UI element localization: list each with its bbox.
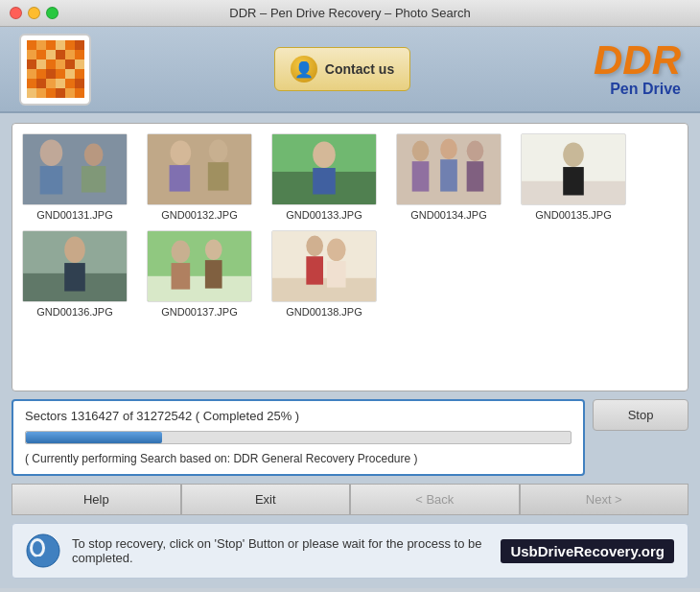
svg-rect-34	[65, 88, 75, 98]
svg-rect-14	[46, 59, 56, 69]
close-button[interactable]	[10, 7, 22, 19]
photo-thumb-134	[396, 133, 502, 205]
photo-item-133[interactable]: GND00133.JPG	[271, 133, 377, 221]
svg-rect-4	[65, 40, 75, 50]
progress-bar-container	[25, 431, 572, 444]
svg-rect-45	[208, 162, 229, 190]
svg-rect-5	[75, 40, 84, 50]
svg-point-55	[467, 141, 484, 162]
svg-rect-41	[148, 134, 251, 205]
contact-icon: 👤	[291, 56, 317, 83]
photo-item-135[interactable]: GND00135.JPG	[521, 133, 626, 221]
back-button[interactable]: < Back	[350, 484, 520, 515]
svg-point-51	[412, 141, 430, 162]
minimize-button[interactable]	[28, 7, 40, 19]
info-panel: To stop recovery, click on 'Stop' Button…	[12, 523, 688, 579]
progress-panel: Sectors 1316427 of 31272542 ( Completed …	[12, 399, 585, 476]
photo-label-131: GND00131.JPG	[36, 209, 112, 221]
svg-rect-35	[75, 88, 84, 98]
svg-rect-36	[23, 134, 127, 205]
photo-label-137: GND00137.JPG	[161, 306, 237, 318]
svg-rect-20	[46, 69, 56, 79]
photo-row-1: GND00131.JPG GND00132.JPG GND00133.JPG	[22, 133, 678, 221]
photo-item-138[interactable]: GND00138.JPG	[271, 230, 377, 318]
svg-rect-80	[35, 556, 51, 564]
svg-rect-11	[75, 50, 84, 59]
svg-rect-21	[56, 69, 65, 79]
stop-button[interactable]: Stop	[593, 399, 688, 431]
svg-point-42	[171, 141, 192, 166]
svg-rect-74	[306, 256, 323, 284]
svg-point-73	[306, 236, 323, 257]
photo-thumb-136	[22, 230, 128, 302]
svg-rect-30	[27, 88, 36, 98]
svg-rect-7	[36, 50, 46, 59]
svg-rect-3	[56, 40, 65, 50]
photo-thumb-138	[271, 230, 377, 302]
titlebar: DDR – Pen Drive Recovery – Photo Search	[0, 0, 700, 27]
photo-item-137[interactable]: GND00137.JPG	[147, 230, 252, 318]
svg-rect-32	[46, 88, 56, 98]
sectors-text: Sectors 1316427 of 31272542 ( Completed …	[25, 409, 572, 423]
photo-item-131[interactable]: GND00131.JPG	[22, 133, 128, 221]
svg-rect-43	[170, 165, 191, 191]
svg-point-63	[64, 237, 85, 263]
photo-thumb-132	[147, 133, 252, 205]
svg-point-39	[84, 144, 104, 167]
exit-button[interactable]: Exit	[181, 484, 351, 515]
main-content: GND00131.JPG GND00132.JPG GND00133.JPG	[0, 113, 700, 588]
contact-button[interactable]: 👤 Contact us	[274, 47, 410, 91]
maximize-button[interactable]	[46, 7, 58, 19]
info-icon	[26, 533, 60, 568]
logo-icon	[27, 40, 84, 98]
svg-rect-29	[75, 79, 84, 88]
photo-label-134: GND00134.JPG	[410, 209, 486, 221]
svg-rect-6	[27, 50, 36, 59]
photo-thumb-131	[22, 133, 128, 205]
app-header: 👤 Contact us DDR Pen Drive	[0, 27, 700, 113]
photo-thumb-135	[521, 133, 626, 205]
window-title: DDR – Pen Drive Recovery – Photo Search	[229, 6, 470, 20]
progress-status: ( Currently performing Search based on: …	[25, 452, 572, 465]
svg-rect-54	[440, 159, 457, 191]
brand-ddr-text: DDR	[594, 40, 681, 81]
svg-rect-64	[64, 263, 85, 291]
svg-rect-15	[56, 59, 65, 69]
progress-bar-fill	[26, 432, 162, 443]
svg-rect-19	[36, 69, 46, 79]
svg-rect-27	[56, 79, 65, 88]
photo-grid[interactable]: GND00131.JPG GND00132.JPG GND00133.JPG	[12, 123, 688, 391]
info-message: To stop recovery, click on 'Stop' Button…	[72, 536, 489, 565]
svg-rect-70	[205, 260, 222, 288]
svg-rect-16	[65, 59, 75, 69]
svg-point-67	[172, 241, 191, 264]
help-button[interactable]: Help	[12, 484, 181, 515]
svg-point-69	[205, 240, 222, 261]
svg-rect-1	[36, 40, 46, 50]
svg-rect-12	[27, 59, 36, 69]
svg-rect-66	[148, 276, 251, 302]
svg-rect-52	[412, 161, 430, 191]
svg-rect-68	[172, 263, 191, 289]
svg-rect-9	[56, 50, 65, 59]
svg-point-79	[33, 541, 42, 555]
photo-item-134[interactable]: GND00134.JPG	[396, 133, 502, 221]
photo-item-132[interactable]: GND00132.JPG	[147, 133, 252, 221]
controls-area: Sectors 1316427 of 31272542 ( Completed …	[12, 399, 688, 476]
photo-label-136: GND00136.JPG	[36, 306, 112, 318]
action-buttons: Stop	[593, 399, 688, 431]
watermark: UsbDriveRecovery.org	[501, 539, 674, 563]
svg-point-75	[327, 239, 346, 262]
svg-rect-8	[46, 50, 56, 59]
next-button[interactable]: Next >	[520, 484, 689, 515]
photo-item-136[interactable]: GND00136.JPG	[22, 230, 128, 318]
svg-rect-17	[75, 59, 84, 69]
svg-rect-2	[46, 40, 56, 50]
svg-rect-13	[36, 59, 46, 69]
svg-rect-31	[36, 88, 46, 98]
window-controls	[10, 7, 58, 19]
svg-point-37	[40, 140, 63, 166]
photo-label-138: GND00138.JPG	[286, 306, 362, 318]
svg-rect-23	[75, 69, 84, 79]
svg-rect-10	[65, 50, 75, 59]
